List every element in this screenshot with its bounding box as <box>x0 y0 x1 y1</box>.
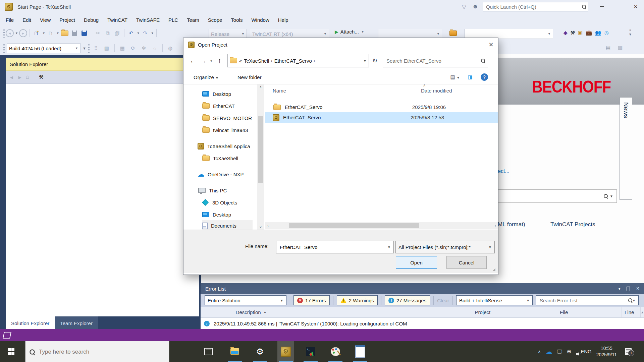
nav-scrollbar[interactable]: ∧ ∨ <box>257 84 264 230</box>
nav-item-3d-objects[interactable]: 3D Objects <box>203 197 237 208</box>
resize-grip[interactable]: ◢ <box>493 267 496 271</box>
scroll-right-icon[interactable]: › <box>493 224 498 228</box>
forward-icon[interactable]: ► <box>17 74 22 80</box>
start-button[interactable] <box>3 341 19 362</box>
column-project[interactable]: Project <box>472 307 557 317</box>
nav-item-ethercat[interactable]: EtherCAT <box>202 101 235 111</box>
column-description[interactable]: Description ▲ <box>233 307 472 317</box>
scrollbar-thumb[interactable] <box>289 223 419 228</box>
close-icon[interactable]: × <box>636 286 639 292</box>
header-date-modified[interactable]: Date modified <box>421 88 452 94</box>
minimize-button[interactable] <box>594 0 610 13</box>
error-list-header[interactable]: Error List ▼ × <box>201 283 644 294</box>
file-name-combo[interactable]: ▼ <box>276 241 394 253</box>
menu-team[interactable]: Team <box>182 13 204 26</box>
column-icon[interactable] <box>201 307 216 317</box>
clear-button[interactable]: Clear <box>437 298 449 303</box>
scrollbar-thumb[interactable] <box>258 116 263 183</box>
nav-item-this-pc[interactable]: This PC <box>198 185 227 196</box>
error-list-row[interactable]: i 2025/9/11 10:49:52 866 ms | 'TwinCAT S… <box>201 318 644 329</box>
nav-item-desktop[interactable]: Desktop <box>202 88 231 99</box>
wand-icon[interactable]: ✻ <box>140 44 148 53</box>
ring2-icon[interactable]: ◍ <box>166 44 175 53</box>
tray-expand-icon[interactable]: ∧ <box>538 349 541 354</box>
nav-item-onedrive[interactable]: ☁OneDrive - NXP <box>198 169 244 180</box>
menu-edit[interactable]: Edit <box>18 13 36 26</box>
notepad-window-button[interactable] <box>352 341 369 362</box>
menu-tools[interactable]: Tools <box>226 13 247 26</box>
file-type-combo[interactable]: All Project Files (*.sln;*.tcmproj;* ▼ <box>395 241 495 253</box>
task-view-button[interactable] <box>200 341 217 362</box>
toolbar-drag-handle[interactable] <box>3 44 5 53</box>
media-app-button[interactable]: ›_ <box>302 341 319 362</box>
nav-item-twincat-ima943[interactable]: twincat_ima943 <box>202 125 248 135</box>
new-project-icon[interactable]: 🗋✶ <box>32 29 41 38</box>
choose-target-folder-icon[interactable] <box>449 29 458 38</box>
up-icon[interactable]: ↑ <box>218 56 221 65</box>
feedback-person-icon[interactable]: ☻ <box>472 3 478 10</box>
breadcrumb-item-ethercat-servo[interactable]: EtherCAT_Servo <box>274 58 312 64</box>
filter-combo[interactable]: Build + IntelliSense▼ <box>456 295 533 305</box>
filter-icon[interactable]: ▽ <box>462 3 466 10</box>
toolbox-icon[interactable]: 💼 <box>586 30 592 36</box>
back-icon[interactable]: ← <box>190 56 197 65</box>
menu-file[interactable]: File <box>1 13 18 26</box>
paste-icon[interactable]: 🗐 <box>113 29 122 38</box>
breadcrumb-item-tcxaeshell[interactable]: TcXaeShell <box>244 58 269 64</box>
menu-plc[interactable]: PLC <box>164 13 182 26</box>
messages-toggle[interactable]: i 27 Messages <box>385 295 430 305</box>
toolbar-overflow-icon[interactable]: » <box>629 28 631 32</box>
twincat-settings-icon[interactable]: ▣ <box>578 30 583 36</box>
recent-locations-icon[interactable]: ▼ <box>210 59 213 63</box>
chevron-down-icon[interactable]: ▼ <box>56 32 59 35</box>
add-item-icon[interactable]: 🗋 <box>46 29 55 38</box>
taskbar-search-box[interactable] <box>25 341 169 362</box>
news-tab[interactable]: News <box>620 97 632 200</box>
pin-icon[interactable] <box>627 287 630 291</box>
notification-center-icon[interactable]: 1 <box>625 348 632 355</box>
tab-team-explorer[interactable]: Team Explorer <box>55 316 98 330</box>
nav-item-tcxaeshell[interactable]: TcXaeShell <box>202 153 238 164</box>
save-all-icon[interactable] <box>80 29 89 38</box>
dialog-close-icon[interactable]: × <box>489 40 493 49</box>
cut-icon[interactable]: ✂ <box>94 29 102 38</box>
network-globe-icon[interactable]: ⊕ <box>567 348 571 355</box>
attach-label[interactable]: Attach... <box>340 29 359 35</box>
open-project-link-fragment[interactable]: ect... <box>498 168 509 174</box>
show-desktop-divider[interactable] <box>641 343 641 360</box>
blocks-icon[interactable]: ⠿ <box>92 44 100 53</box>
taskbar-search-input[interactable] <box>38 348 164 356</box>
navigate-back-icon[interactable]: ◄ <box>6 29 14 37</box>
menu-twinsafe[interactable]: TwinSAFE <box>132 13 164 26</box>
menu-help[interactable]: Help <box>274 13 293 26</box>
breadcrumb[interactable]: « TcXaeShell › EtherCAT_Servo › ▼ <box>227 54 369 67</box>
sort-caret-icon[interactable]: ∧ <box>423 83 426 87</box>
warnings-toggle[interactable]: 2 Warnings <box>337 295 378 305</box>
quick-launch-input[interactable] <box>485 4 582 10</box>
cancel-button[interactable]: Cancel <box>446 256 487 269</box>
organize-button[interactable]: Organize ▼ <box>194 74 219 80</box>
preview-pane-icon[interactable]: ◨ <box>468 74 473 80</box>
dialog-search-input[interactable] <box>386 58 481 64</box>
scope-target-icon[interactable]: ◎ <box>604 30 609 36</box>
chevron-down-icon[interactable]: ▼ <box>361 30 364 34</box>
error-search-input[interactable] <box>539 297 628 304</box>
properties-wrench-icon[interactable]: ⚒ <box>39 74 43 80</box>
attach-play-icon[interactable]: ▶ <box>335 29 338 35</box>
refresh-icon[interactable]: ↻ <box>372 57 377 64</box>
settings-button[interactable]: ⚙ <box>252 341 268 362</box>
restore-button[interactable] <box>610 0 627 13</box>
redo-icon[interactable]: ↷ <box>141 29 150 38</box>
menu-scope[interactable]: Scope <box>204 13 227 26</box>
horizontal-scrollbar[interactable]: ‹ › <box>265 222 498 229</box>
close-button[interactable]: × <box>627 0 644 13</box>
open-button[interactable]: Open <box>396 256 437 269</box>
save-icon[interactable] <box>70 29 79 38</box>
quick-launch-box[interactable] <box>483 2 588 11</box>
column-line[interactable]: Line <box>622 307 641 317</box>
forward-icon[interactable]: → <box>200 56 207 65</box>
home-icon[interactable]: ⌂ <box>26 74 29 80</box>
file-row-project-selected[interactable]: ⚙ EtherCAT_Servo 2025/9/8 12:53 <box>265 112 498 123</box>
error-search-box[interactable]: ▼ <box>536 295 639 305</box>
column-file[interactable]: File <box>557 307 622 317</box>
